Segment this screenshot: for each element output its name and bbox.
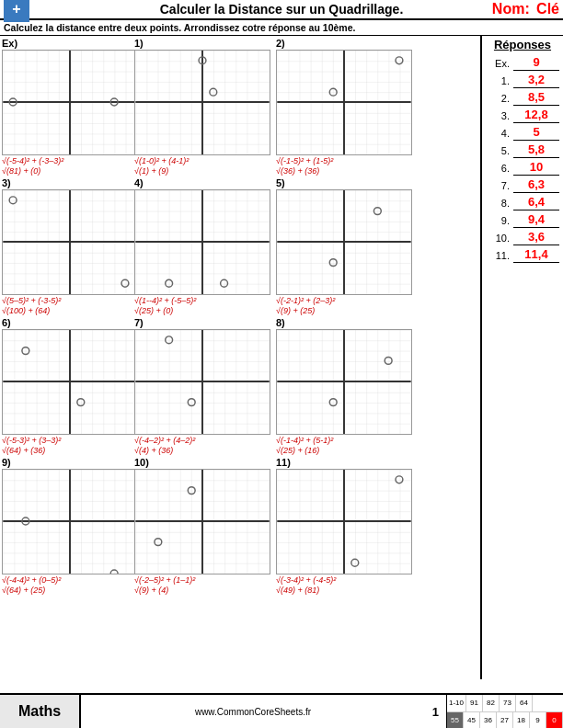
- stat-64: 64: [516, 695, 533, 711]
- formula-6-1: √(-5-3)² + (3–3)²: [2, 436, 131, 445]
- main-content: Ex): [0, 36, 563, 679]
- problem-11: 11): [276, 457, 414, 595]
- answer-value-ex: 9: [513, 55, 559, 71]
- grid-10: [134, 469, 270, 574]
- footer-subject: Maths: [0, 695, 81, 728]
- problem-7-label: 7): [134, 317, 272, 328]
- problem-3: 3): [2, 177, 131, 315]
- formula-7-1: √(-4–2)² + (4–2)²: [134, 436, 272, 445]
- answer-row-7: 7. 6,3: [486, 177, 559, 193]
- header-title: Calculer la Distance sur un Quadrillage.: [160, 2, 404, 17]
- answer-row-1: 1. 3,2: [486, 73, 559, 88]
- problem-7: 7): [134, 317, 272, 455]
- problem-5: 5): [276, 177, 414, 315]
- problem-6: 6): [2, 317, 131, 455]
- answer-row-5: 5. 5,8: [486, 142, 559, 158]
- grid-4: [134, 189, 270, 295]
- formula-1-2: √(1) + (9): [134, 166, 272, 176]
- formula-1-1: √(1-0)² + (4-1)²: [134, 156, 272, 165]
- formula-10-1: √(-2–5)² + (1–1)²: [134, 575, 272, 585]
- problem-10-label: 10): [134, 457, 272, 468]
- problem-1: 1): [134, 38, 272, 176]
- answer-label-11: 11.: [486, 250, 513, 261]
- stat-11: 55: [447, 712, 464, 729]
- header: + Calculer la Distance sur un Quadrillag…: [0, 0, 563, 20]
- problem-2: 2): [276, 38, 414, 176]
- problem-row-2: 3): [2, 177, 478, 315]
- instruction: Calculez la distance entre deux points. …: [0, 20, 563, 36]
- formula-5-1: √(-2-1)² + (2–3)²: [276, 296, 414, 305]
- answer-label-7: 7.: [486, 180, 513, 191]
- answer-label-2: 2.: [486, 93, 513, 104]
- footer-stats: 1-10 91 82 73 64 55 45 36 27 18 9 0: [446, 695, 563, 728]
- footer-url: www.CommonCoreSheets.fr: [81, 695, 425, 728]
- problem-4: 4): [134, 177, 272, 315]
- stat-73: 73: [500, 695, 516, 711]
- problem-9-label: 9): [2, 457, 131, 468]
- answer-value-6: 10: [513, 160, 559, 176]
- problem-1-label: 1): [134, 38, 272, 49]
- answer-value-3: 12,8: [513, 108, 559, 123]
- answer-value-7: 6,3: [513, 177, 559, 193]
- formula-2-2: √(36) + (36): [276, 166, 414, 176]
- answer-row-6: 6. 10: [486, 160, 559, 176]
- problem-row-3: 6): [2, 317, 478, 455]
- logo-symbol: +: [12, 1, 20, 17]
- answer-label-ex: Ex.: [486, 58, 513, 69]
- formula-8-1: √(-1-4)² + (5-1)²: [276, 436, 414, 445]
- problem-2-label: 2): [276, 38, 414, 49]
- grid-11: [276, 469, 412, 574]
- answer-row-8: 8. 6,4: [486, 195, 559, 210]
- formula-4-2: √(25) + (0): [134, 306, 272, 315]
- answer-label-9: 9.: [486, 215, 513, 226]
- answer-value-8: 6,4: [513, 195, 559, 210]
- problem-10: 10): [134, 457, 272, 595]
- problem-6-label: 6): [2, 317, 131, 328]
- grid-5: [276, 189, 412, 295]
- stat-18: 18: [513, 712, 530, 729]
- formula-ex-1: √(-5-4)² + (-3–3)²: [2, 156, 131, 165]
- grid-8: [276, 329, 412, 435]
- instruction-text: Calculez la distance entre deux points. …: [4, 22, 355, 33]
- answers-panel: Réponses Ex. 9 1. 3,2 2. 8,5 3. 12,8 4. …: [480, 36, 563, 679]
- grid-3: [2, 189, 138, 295]
- logo: +: [4, 0, 29, 22]
- grid-2: [276, 50, 412, 155]
- grid-1: [134, 50, 270, 155]
- nom-value: Clé: [536, 1, 559, 17]
- stat-45: 45: [464, 712, 480, 729]
- problem-ex: Ex): [2, 38, 131, 176]
- answer-value-5: 5,8: [513, 142, 559, 158]
- answer-label-10: 10.: [486, 233, 513, 244]
- formula-9-1: √(-4-4)² + (0–5)²: [2, 575, 131, 585]
- stat-0: 0: [546, 712, 563, 729]
- formula-3-2: √(100) + (64): [2, 306, 131, 315]
- stat-range: 1-10: [447, 695, 466, 711]
- answer-row-ex: Ex. 9: [486, 55, 559, 71]
- answers-title: Réponses: [486, 38, 559, 51]
- footer-page: 1: [425, 695, 446, 728]
- problem-9: 9): [2, 457, 131, 595]
- answer-value-11: 11,4: [513, 247, 559, 263]
- stats-row-1: 1-10 91 82 73 64: [447, 695, 563, 712]
- problem-11-label: 11): [276, 457, 414, 468]
- formula-5-2: √(9) + (25): [276, 306, 414, 315]
- grid-ex: [2, 50, 138, 155]
- answer-label-6: 6.: [486, 163, 513, 174]
- formula-11-2: √(49) + (81): [276, 586, 414, 595]
- problem-8: 8): [276, 317, 414, 455]
- formula-6-2: √(64) + (36): [2, 446, 131, 455]
- problem-row-4: 9): [2, 457, 478, 595]
- answer-value-10: 3,6: [513, 230, 559, 245]
- answer-value-1: 3,2: [513, 73, 559, 88]
- stat-82: 82: [483, 695, 500, 711]
- answer-value-4: 5: [513, 125, 559, 141]
- problem-3-label: 3): [2, 177, 131, 188]
- answer-row-2: 2. 8,5: [486, 90, 559, 106]
- problem-ex-label: Ex): [2, 38, 131, 49]
- nom-label: Nom:: [492, 1, 530, 17]
- formula-8-2: √(25) + (16): [276, 446, 414, 455]
- formula-10-2: √(9) + (4): [134, 586, 272, 595]
- formula-9-2: √(64) + (25): [2, 586, 131, 595]
- problems-area: Ex): [0, 36, 480, 679]
